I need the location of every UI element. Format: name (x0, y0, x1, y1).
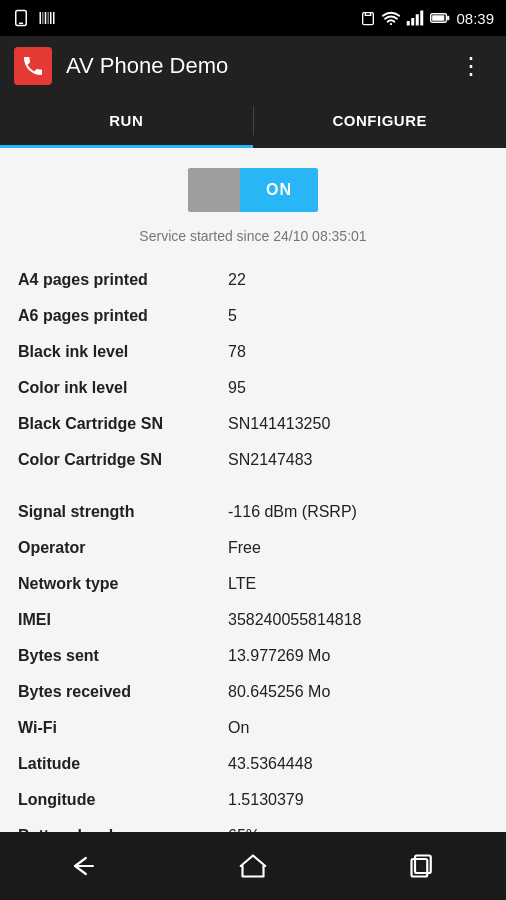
recents-button[interactable] (397, 841, 447, 891)
table-row: Black ink level 78 (18, 334, 488, 370)
svg-rect-10 (407, 21, 410, 26)
app-icon (14, 47, 52, 85)
table-row: Color Cartridge SN SN2147483 (18, 442, 488, 478)
tab-bar: RUN CONFIGURE (0, 96, 506, 148)
table-row: Longitude 1.5130379 (18, 782, 488, 818)
table-row: Operator Free (18, 530, 488, 566)
svg-rect-7 (53, 12, 55, 24)
svg-rect-1 (19, 23, 24, 25)
svg-rect-15 (433, 15, 445, 21)
status-bar-right: 08:39 (360, 10, 494, 27)
battery-icon (430, 11, 450, 25)
back-button[interactable] (59, 841, 109, 891)
toggle-area: ON (0, 148, 506, 222)
sim-icon (360, 10, 376, 26)
svg-rect-11 (412, 18, 415, 26)
table-row: Battery level 65% (18, 818, 488, 832)
status-time: 08:39 (456, 10, 494, 27)
network-data-section: Signal strength -116 dBm (RSRP) Operator… (0, 494, 506, 832)
app-bar: AV Phone Demo ⋮ (0, 36, 506, 96)
table-row: A6 pages printed 5 (18, 298, 488, 334)
table-row: Bytes sent 13.977269 Mo (18, 638, 488, 674)
table-row: A4 pages printed 22 (18, 262, 488, 298)
tab-configure[interactable]: CONFIGURE (254, 96, 507, 145)
toggle-on: ON (240, 168, 318, 212)
table-row: Black Cartridge SN SN141413250 (18, 406, 488, 442)
service-toggle[interactable]: ON (188, 168, 318, 212)
home-button[interactable] (228, 841, 278, 891)
back-icon (68, 852, 100, 880)
signal-icon (406, 10, 424, 26)
phone-app-icon (21, 54, 45, 78)
nav-bar (0, 832, 506, 900)
table-row: IMEI 358240055814818 (18, 602, 488, 638)
recents-icon (406, 852, 438, 880)
service-status-text: Service started since 24/10 08:35:01 (0, 222, 506, 262)
tab-run[interactable]: RUN (0, 96, 253, 145)
table-row: Bytes received 80.645256 Mo (18, 674, 488, 710)
table-row: Color ink level 95 (18, 370, 488, 406)
svg-rect-2 (40, 12, 42, 24)
wifi-icon (382, 10, 400, 26)
svg-marker-18 (241, 856, 266, 877)
table-row: Signal strength -116 dBm (RSRP) (18, 494, 488, 530)
svg-point-9 (390, 23, 392, 25)
barcode-icon (38, 10, 56, 26)
svg-rect-6 (50, 12, 52, 24)
table-row: Latitude 43.5364448 (18, 746, 488, 782)
table-row: Network type LTE (18, 566, 488, 602)
svg-rect-3 (43, 12, 44, 24)
toggle-off (188, 168, 240, 212)
status-bar: 08:39 (0, 0, 506, 36)
app-title: AV Phone Demo (66, 53, 451, 79)
home-icon (237, 852, 269, 880)
svg-rect-5 (48, 12, 49, 24)
svg-rect-16 (448, 16, 450, 20)
menu-button[interactable]: ⋮ (451, 48, 492, 84)
main-content: ON Service started since 24/10 08:35:01 … (0, 148, 506, 832)
table-row: Wi-Fi On (18, 710, 488, 746)
svg-rect-8 (363, 13, 374, 25)
phone-icon (12, 9, 30, 27)
svg-rect-13 (421, 11, 424, 26)
printer-data-section: A4 pages printed 22 A6 pages printed 5 B… (0, 262, 506, 478)
status-bar-left (12, 9, 56, 27)
svg-rect-4 (45, 12, 47, 24)
svg-rect-12 (416, 14, 419, 25)
